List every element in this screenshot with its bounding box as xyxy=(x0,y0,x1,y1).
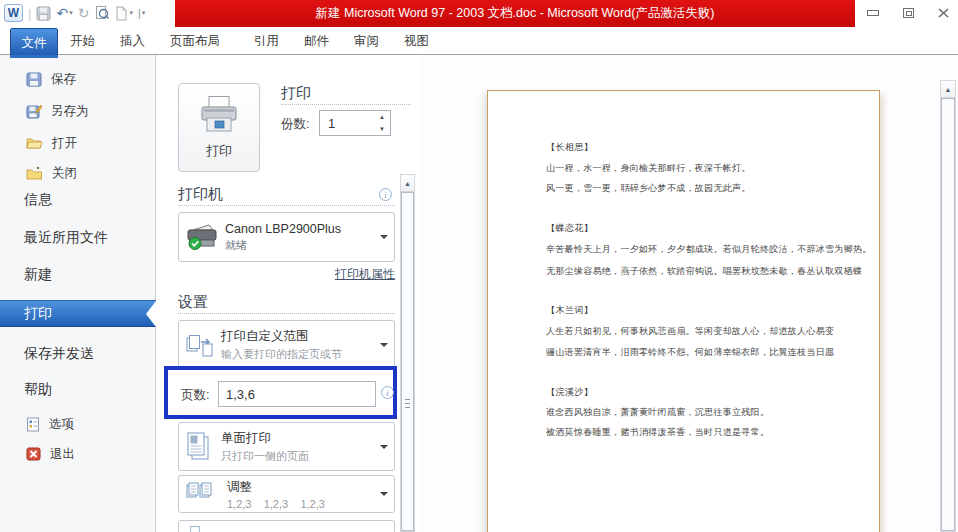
ribbon-tab-row: 文件 开始 插入 页面布局 引用 邮件 审阅 视图 ? xyxy=(0,27,958,55)
minimize-button[interactable] xyxy=(864,6,882,20)
print-sides-dropdown[interactable]: 单面打印 只打印一侧的页面 xyxy=(178,422,395,471)
divider xyxy=(178,205,395,206)
tab-insert[interactable]: 插入 xyxy=(120,27,145,55)
sidebar-item-label: 最近所用文件 xyxy=(24,229,108,247)
settings-scrollbar[interactable]: ▲ xyxy=(400,174,415,532)
exit-icon xyxy=(26,447,41,461)
save-button[interactable] xyxy=(36,4,51,22)
poem-line: 谁念西风独自凉，萧萧黄叶闭疏窗，沉思往事立残阳。 xyxy=(546,406,769,419)
printer-section-heading: 打印机 xyxy=(178,185,223,204)
word-application-window: W | ↶ ▾ ↻ xyxy=(0,0,958,532)
save-as-icon xyxy=(26,104,42,119)
preview-scrollbar[interactable]: ▲ xyxy=(940,80,956,532)
tab-review[interactable]: 审阅 xyxy=(354,27,379,55)
word-logo-icon[interactable]: W xyxy=(4,4,23,22)
open-folder-icon xyxy=(26,136,43,150)
tab-mailings[interactable]: 邮件 xyxy=(304,27,329,55)
toolbar-separator: | xyxy=(28,6,31,21)
sidebar-item-label: 打印 xyxy=(24,305,52,323)
close-button[interactable] xyxy=(934,6,952,20)
sidebar-item-save-and-send[interactable]: 保存并发送 xyxy=(0,342,156,366)
sides-title: 单面打印 xyxy=(221,430,376,447)
collation-subtitle: 1,2,3 1,2,3 1,2,3 xyxy=(227,498,376,510)
quick-print-button[interactable]: ▾ xyxy=(115,4,133,22)
sidebar-item-label: 信息 xyxy=(24,191,52,209)
close-folder-icon xyxy=(26,166,43,180)
collation-title: 调整 xyxy=(227,479,376,496)
scroll-grip xyxy=(405,403,410,404)
range-title: 打印自定义范围 xyxy=(221,328,376,345)
copies-label: 份数: xyxy=(281,116,309,133)
printer-text: Canon LBP2900Plus 就绪 xyxy=(225,222,376,253)
printer-info-icon[interactable]: i xyxy=(379,188,392,201)
pages-field[interactable] xyxy=(218,381,376,407)
chevron-down-icon xyxy=(380,445,388,449)
print-button[interactable]: 打印 xyxy=(178,83,260,172)
poem-line: 山一程，水一程，身向榆关那畔行，夜深千帐灯。 xyxy=(546,162,751,175)
redo-button[interactable]: ↻ xyxy=(78,4,90,22)
customize-caret-icon: ▾ xyxy=(142,9,146,17)
tab-file[interactable]: 文件 xyxy=(10,28,58,58)
sidebar-item-print[interactable]: 打印 xyxy=(0,300,156,327)
print-preview-button[interactable] xyxy=(94,4,110,22)
undo-button[interactable]: ↶ ▾ xyxy=(56,4,72,22)
title-bar: W | ↶ ▾ ↻ xyxy=(0,0,958,27)
save-floppy-icon xyxy=(36,6,51,21)
printer-device-icon xyxy=(185,222,219,252)
divider xyxy=(178,313,395,314)
poem-line: 骊山语罢清宵半，泪雨零铃终不怨。何如薄幸锦衣郎，比翼连枝当日愿 xyxy=(546,346,834,359)
copies-input[interactable] xyxy=(320,111,374,135)
sidebar-item-exit[interactable]: 退出 xyxy=(0,443,156,465)
sidebar-item-close[interactable]: 关闭 xyxy=(0,162,156,184)
copies-stepper[interactable]: ▲ ▼ xyxy=(319,110,391,136)
quick-print-caret-icon: ▾ xyxy=(129,9,133,17)
tab-references[interactable]: 引用 xyxy=(254,27,279,55)
scrollbar-thumb[interactable] xyxy=(941,98,955,531)
undo-dropdown-caret-icon[interactable]: ▾ xyxy=(69,9,73,17)
tab-page-layout[interactable]: 页面布局 xyxy=(170,27,220,55)
sidebar-item-save-as[interactable]: 另存为 xyxy=(0,100,156,122)
spinner-down-icon[interactable]: ▼ xyxy=(374,123,390,135)
print-range-dropdown[interactable]: 打印自定义范围 输入要打印的指定页或节 xyxy=(178,320,395,370)
spinner-up-icon[interactable]: ▲ xyxy=(374,111,390,123)
sidebar-item-options[interactable]: 选项 xyxy=(0,413,156,435)
sidebar-item-save[interactable]: 保存 xyxy=(0,68,156,90)
sidebar-item-label: 关闭 xyxy=(52,165,77,182)
divider xyxy=(281,104,411,105)
poem-line: 风一更，雪一更，聒碎乡心梦不成，故园无此声。 xyxy=(546,182,751,195)
poem-line: 无那尘缘容易绝，燕子依然，软踏帘钩说。唱罢秋坟愁未歇，春丛认取双栖蝶 xyxy=(546,265,862,278)
sidebar-item-info[interactable]: 信息 xyxy=(0,188,156,212)
printer-icon xyxy=(196,95,242,135)
printer-select-dropdown[interactable]: Canon LBP2900Plus 就绪 xyxy=(178,212,395,262)
minimize-icon xyxy=(867,10,879,16)
collation-dropdown[interactable]: 调整 1,2,3 1,2,3 1,2,3 xyxy=(178,475,395,513)
spinner-arrows: ▲ ▼ xyxy=(374,111,390,135)
scroll-up-icon[interactable]: ▲ xyxy=(941,81,955,98)
customize-quick-access-button[interactable]: | ▾ xyxy=(138,4,145,22)
scroll-grip xyxy=(405,407,410,408)
poem-title: 【长相思】 xyxy=(546,141,594,154)
scrollbar-thumb[interactable] xyxy=(401,192,414,531)
chevron-down-icon xyxy=(380,492,388,496)
orientation-dropdown-partial[interactable] xyxy=(178,520,395,532)
tab-home[interactable]: 开始 xyxy=(70,27,95,55)
pages-info-icon[interactable]: i xyxy=(381,386,394,399)
scroll-up-icon[interactable]: ▲ xyxy=(401,175,414,192)
sidebar-item-recent[interactable]: 最近所用文件 xyxy=(0,226,156,250)
customize-bar-icon: | xyxy=(138,7,141,19)
printer-properties-link[interactable]: 打印机属性 xyxy=(335,266,395,283)
poem-title: 【浣溪沙】 xyxy=(546,386,594,399)
settings-section-heading: 设置 xyxy=(178,293,208,312)
sidebar-item-open[interactable]: 打开 xyxy=(0,132,156,154)
restore-button[interactable] xyxy=(899,6,917,20)
sidebar-item-label: 新建 xyxy=(24,266,52,284)
pages-input[interactable] xyxy=(219,382,375,406)
sidebar-item-new[interactable]: 新建 xyxy=(0,263,156,287)
window-controls xyxy=(864,6,952,20)
tab-view[interactable]: 视图 xyxy=(404,27,429,55)
poem-line: 被酒莫惊春睡重，赌书消得泼茶香，当时只道是寻常。 xyxy=(546,426,769,439)
sidebar-item-help[interactable]: 帮助 xyxy=(0,378,156,402)
print-button-label: 打印 xyxy=(206,142,232,160)
sides-subtitle: 只打印一侧的页面 xyxy=(221,449,376,464)
sidebar-item-label: 帮助 xyxy=(24,381,52,399)
